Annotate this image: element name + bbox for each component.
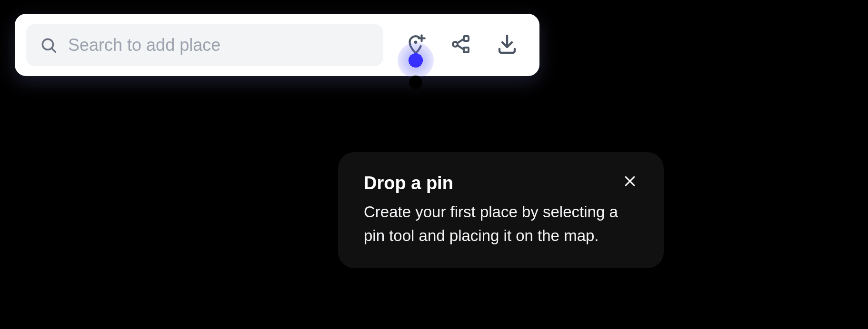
toolbar	[15, 14, 539, 76]
svg-point-2	[414, 40, 418, 44]
download-icon	[496, 33, 519, 58]
download-button[interactable]	[486, 24, 528, 66]
svg-line-1	[52, 48, 56, 52]
svg-line-8	[458, 39, 464, 43]
add-pin-icon	[404, 32, 428, 58]
tooltip-body: Create your first place by selecting a p…	[364, 200, 638, 247]
tooltip-header: Drop a pin	[364, 173, 638, 194]
onboarding-tooltip: Drop a pin Create your first place by se…	[338, 152, 664, 268]
pin-connector-dot	[409, 76, 422, 89]
search-input[interactable]	[68, 35, 370, 55]
tooltip-title: Drop a pin	[364, 173, 453, 194]
share-icon	[450, 33, 473, 58]
search-icon	[40, 36, 58, 54]
add-pin-button[interactable]	[395, 24, 437, 66]
search-container[interactable]	[26, 24, 383, 66]
tooltip-close-button[interactable]	[622, 173, 638, 191]
close-icon	[623, 182, 637, 190]
svg-line-9	[458, 45, 464, 49]
tooltip-connector-line	[399, 94, 400, 153]
toolbar-actions	[389, 24, 528, 66]
share-button[interactable]	[440, 24, 482, 66]
